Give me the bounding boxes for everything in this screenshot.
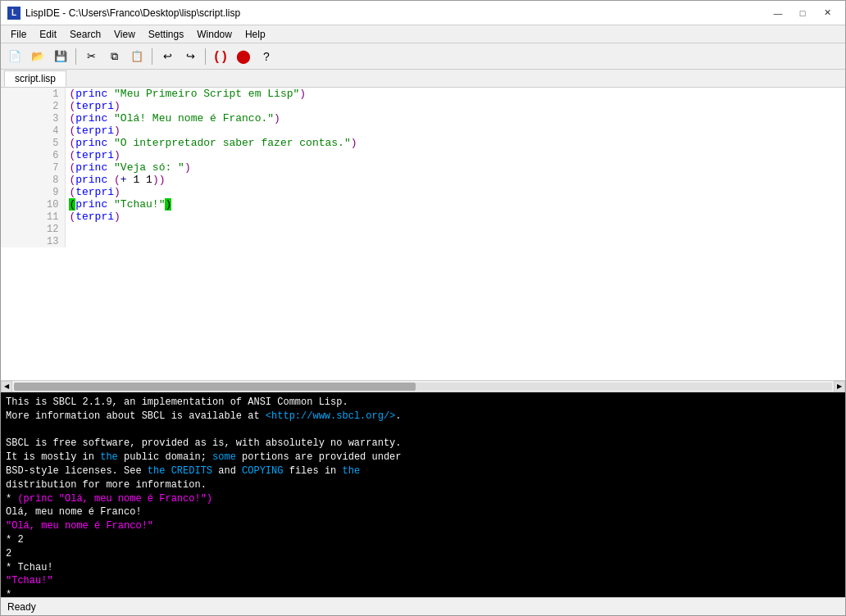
repl-line-8: * (princ "Olá, meu nome é Franco!") — [6, 492, 840, 506]
repl-line-1: This is SBCL 2.1.9, an implementation of… — [6, 396, 840, 410]
code-editor[interactable]: 1 (princ "Meu Primeiro Script em Lisp") … — [1, 88, 845, 380]
line-num-2: 2 — [1, 100, 66, 112]
window-title: LispIDE - C:\Users\Franco\Desktop\lisp\s… — [25, 7, 766, 19]
line-content-6: (terpri) — [66, 149, 845, 161]
horizontal-scrollbar[interactable]: ◀ ▶ — [1, 380, 845, 392]
status-bar: Ready — [1, 597, 845, 615]
repl-line-14: "Tchau!" — [6, 574, 840, 588]
app-icon: L — [7, 7, 20, 20]
code-line-7: 7 (princ "Veja só: ") — [1, 161, 845, 174]
line-content-11: (terpri) — [66, 211, 845, 223]
main-window: L LispIDE - C:\Users\Franco\Desktop\lisp… — [0, 0, 846, 616]
repl-line-6: BSD-style licenses. See the CREDITS and … — [6, 464, 840, 478]
scroll-right-arrow[interactable]: ▶ — [834, 381, 845, 392]
save-button[interactable]: 💾 — [50, 47, 71, 66]
code-line-2: 2 (terpri) — [1, 100, 845, 112]
line-num-3: 3 — [1, 112, 66, 125]
scroll-thumb[interactable] — [14, 383, 416, 391]
toolbar: 📄 📂 💾 ✂ ⧉ 📋 ↩ ↪ ( ) ⬤ ? — [1, 43, 845, 70]
repl-pane[interactable]: This is SBCL 2.1.9, an implementation of… — [1, 392, 845, 597]
run-button[interactable]: ( ) — [210, 47, 231, 66]
code-line-10: 10 (princ "Tchau!") — [1, 198, 845, 211]
editor-pane: script.lisp 1 (princ "Meu Primeiro Scrip… — [1, 70, 845, 392]
menu-window[interactable]: Window — [190, 27, 239, 42]
undo-button[interactable]: ↩ — [157, 47, 178, 66]
toolbar-sep-2 — [152, 48, 152, 65]
repl-line-2: More information about SBCL is available… — [6, 410, 840, 424]
line-content-3: (princ "Olá! Meu nome é Franco.") — [66, 112, 845, 125]
new-file-button[interactable]: 📄 — [4, 47, 25, 66]
code-line-1: 1 (princ "Meu Primeiro Script em Lisp") — [1, 88, 845, 100]
stop-button[interactable]: ⬤ — [233, 47, 254, 66]
repl-line-13: * Tchau! — [6, 561, 840, 575]
repl-line-11: * 2 — [6, 533, 840, 547]
maximize-button[interactable]: □ — [791, 5, 814, 21]
tab-script-lisp[interactable]: script.lisp — [4, 70, 66, 87]
toolbar-sep-3 — [205, 48, 206, 65]
repl-line-15: * — [6, 588, 840, 597]
menu-help[interactable]: Help — [239, 27, 272, 42]
menu-file[interactable]: File — [4, 27, 33, 42]
copy-button[interactable]: ⧉ — [103, 47, 125, 66]
line-num-1: 1 — [1, 88, 66, 100]
minimize-button[interactable]: — — [766, 5, 789, 21]
line-content-2: (terpri) — [66, 100, 845, 112]
code-line-13: 13 — [1, 235, 845, 247]
menu-settings[interactable]: Settings — [142, 27, 190, 42]
line-num-4: 4 — [1, 125, 66, 137]
menu-bar: File Edit Search View Settings Window He… — [1, 25, 845, 43]
repl-line-10: "Olá, meu nome é Franco!" — [6, 519, 840, 533]
title-bar: L LispIDE - C:\Users\Franco\Desktop\lisp… — [1, 1, 845, 25]
code-line-9: 9 (terpri) — [1, 186, 845, 198]
window-controls: — □ ✕ — [766, 5, 839, 21]
toolbar-sep-1 — [75, 48, 76, 65]
cut-button[interactable]: ✂ — [80, 47, 102, 66]
line-num-7: 7 — [1, 161, 66, 174]
code-line-5: 5 (princ "O interpretador saber fazer co… — [1, 137, 845, 149]
menu-search[interactable]: Search — [63, 27, 107, 42]
line-content-5: (princ "O interpretador saber fazer cont… — [66, 137, 845, 149]
tab-bar: script.lisp — [1, 70, 845, 88]
repl-line-5: It is mostly in the public domain; some … — [6, 451, 840, 464]
close-button[interactable]: ✕ — [816, 5, 839, 21]
line-num-6: 6 — [1, 149, 66, 161]
line-content-10: (princ "Tchau!") — [66, 198, 845, 211]
line-content-8: (princ (+ 1 1)) — [66, 174, 845, 186]
line-content-13 — [66, 235, 845, 247]
help-button[interactable]: ? — [256, 47, 277, 66]
code-lines: 1 (princ "Meu Primeiro Script em Lisp") … — [1, 88, 845, 247]
scroll-left-arrow[interactable]: ◀ — [1, 381, 12, 392]
line-content-9: (terpri) — [66, 186, 845, 198]
line-num-11: 11 — [1, 211, 66, 223]
content-area: script.lisp 1 (princ "Meu Primeiro Scrip… — [1, 70, 845, 597]
line-content-7: (princ "Veja só: ") — [66, 161, 845, 174]
code-line-12: 12 — [1, 223, 845, 235]
line-content-12 — [66, 223, 845, 235]
line-num-8: 8 — [1, 174, 66, 186]
repl-line-12: 2 — [6, 547, 840, 561]
repl-line-4: SBCL is free software, provided as is, w… — [6, 437, 840, 451]
repl-line-3 — [6, 424, 840, 437]
code-line-6: 6 (terpri) — [1, 149, 845, 161]
scroll-track[interactable] — [14, 383, 832, 391]
code-line-8: 8 (princ (+ 1 1)) — [1, 174, 845, 186]
menu-view[interactable]: View — [107, 27, 142, 42]
repl-line-9: Olá, meu nome é Franco! — [6, 505, 840, 519]
line-num-13: 13 — [1, 235, 66, 247]
repl-line-7: distribution for more information. — [6, 478, 840, 492]
code-line-3: 3 (princ "Olá! Meu nome é Franco.") — [1, 112, 845, 125]
line-content-4: (terpri) — [66, 125, 845, 137]
open-file-button[interactable]: 📂 — [27, 47, 48, 66]
redo-button[interactable]: ↪ — [180, 47, 201, 66]
line-num-9: 9 — [1, 186, 66, 198]
code-line-11: 11 (terpri) — [1, 211, 845, 223]
line-num-10: 10 — [1, 198, 66, 211]
code-line-4: 4 (terpri) — [1, 125, 845, 137]
paste-button[interactable]: 📋 — [126, 47, 148, 66]
line-num-12: 12 — [1, 223, 66, 235]
status-text: Ready — [7, 601, 36, 613]
menu-edit[interactable]: Edit — [33, 27, 63, 42]
line-num-5: 5 — [1, 137, 66, 149]
line-content-1: (princ "Meu Primeiro Script em Lisp") — [66, 88, 845, 100]
